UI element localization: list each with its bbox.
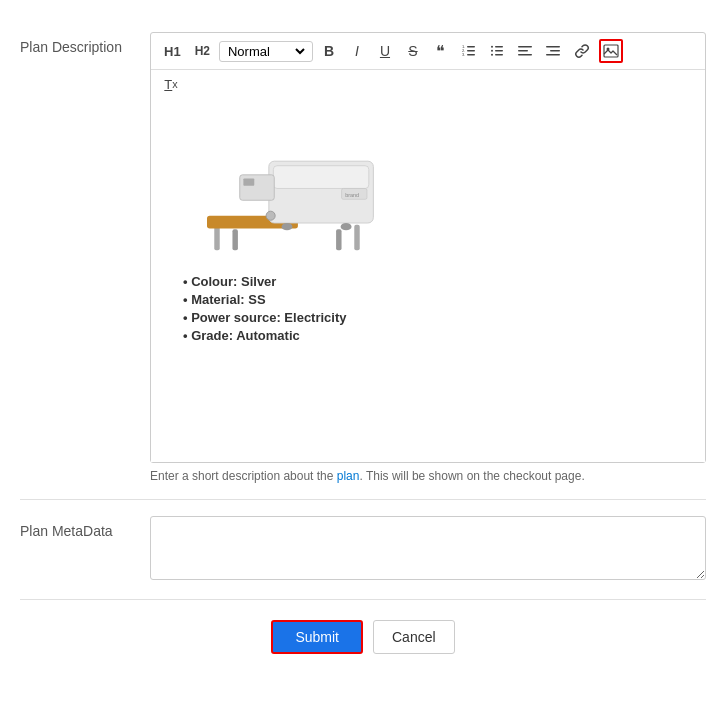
plan-metadata-field: [150, 516, 706, 583]
svg-rect-6: [495, 46, 503, 48]
bullet-list: Colour: SilverMaterial: SSPower source: …: [167, 274, 689, 343]
clear-format-button[interactable]: Tx: [159, 72, 183, 96]
plan-description-row: Plan Description H1 H2 Normal Heading 1 …: [20, 16, 706, 500]
svg-rect-16: [550, 50, 560, 52]
svg-rect-0: [467, 46, 475, 48]
svg-point-30: [282, 223, 293, 230]
form-container: Plan Description H1 H2 Normal Heading 1 …: [0, 0, 726, 680]
svg-rect-13: [518, 50, 528, 52]
h1-button[interactable]: H1: [159, 39, 186, 63]
svg-text:3.: 3.: [462, 52, 465, 57]
svg-text:brand: brand: [345, 192, 359, 198]
plan-metadata-label: Plan MetaData: [20, 516, 150, 542]
cancel-button[interactable]: Cancel: [373, 620, 455, 654]
svg-point-11: [491, 54, 493, 56]
machine-image: brand: [167, 128, 689, 258]
svg-rect-8: [495, 54, 503, 56]
plan-metadata-input[interactable]: [150, 516, 706, 580]
hint-text: Enter a short description about the plan…: [150, 469, 706, 483]
svg-rect-2: [467, 54, 475, 56]
svg-rect-7: [495, 50, 503, 52]
svg-point-10: [491, 50, 493, 52]
svg-rect-21: [354, 225, 359, 250]
heading-select-wrap[interactable]: Normal Heading 1 Heading 2 Heading 3: [219, 41, 313, 62]
align-left-button[interactable]: [513, 39, 537, 63]
list-item: Power source: Electricity: [183, 310, 689, 325]
editor-toolbar: H1 H2 Normal Heading 1 Heading 2 Heading…: [151, 33, 705, 70]
svg-rect-17: [546, 54, 560, 56]
svg-point-9: [491, 46, 493, 48]
plan-metadata-row: Plan MetaData: [20, 500, 706, 600]
svg-point-29: [266, 211, 275, 220]
rich-text-editor: H1 H2 Normal Heading 1 Heading 2 Heading…: [150, 32, 706, 463]
svg-rect-18: [604, 45, 618, 57]
list-item: Grade: Automatic: [183, 328, 689, 343]
link-button[interactable]: [569, 39, 595, 63]
strikethrough-button[interactable]: S: [401, 39, 425, 63]
svg-rect-14: [518, 54, 532, 56]
toolbar-row2: Tx: [151, 70, 705, 102]
list-item: Colour: Silver: [183, 274, 689, 289]
svg-rect-20: [214, 225, 219, 250]
submit-button[interactable]: Submit: [271, 620, 363, 654]
align-right-button[interactable]: [541, 39, 565, 63]
svg-rect-15: [546, 46, 560, 48]
plan-description-field: H1 H2 Normal Heading 1 Heading 2 Heading…: [150, 32, 706, 483]
underline-button[interactable]: U: [373, 39, 397, 63]
svg-rect-26: [273, 166, 368, 189]
hint-text-after: . This will be shown on the checkout pag…: [359, 469, 584, 483]
svg-point-31: [341, 223, 352, 230]
hint-text-before: Enter a short description about the: [150, 469, 337, 483]
svg-rect-12: [518, 46, 532, 48]
plan-description-label: Plan Description: [20, 32, 150, 58]
ordered-list-button[interactable]: 1. 2. 3.: [457, 39, 481, 63]
list-item: Material: SS: [183, 292, 689, 307]
svg-rect-23: [336, 229, 341, 250]
italic-button[interactable]: I: [345, 39, 369, 63]
bold-button[interactable]: B: [317, 39, 341, 63]
h2-button[interactable]: H2: [190, 39, 215, 63]
unordered-list-button[interactable]: [485, 39, 509, 63]
svg-rect-1: [467, 50, 475, 52]
svg-rect-22: [232, 229, 237, 250]
image-button[interactable]: [599, 39, 623, 63]
quote-button[interactable]: ❝: [429, 39, 453, 63]
svg-rect-28: [243, 178, 254, 185]
hint-link-text: plan: [337, 469, 360, 483]
buttons-row: Submit Cancel: [20, 600, 706, 664]
editor-content[interactable]: brand Colour: SilverMaterial: SSPower so…: [151, 102, 705, 462]
heading-select[interactable]: Normal Heading 1 Heading 2 Heading 3: [224, 43, 308, 60]
